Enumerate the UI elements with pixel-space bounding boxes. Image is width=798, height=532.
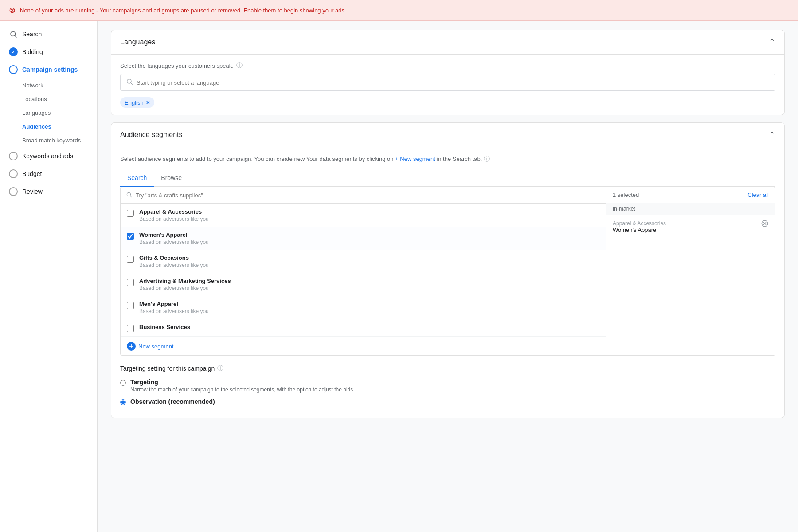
languages-chips-container: English × [120,97,775,108]
languages-help-icon[interactable]: ⓘ [236,62,243,70]
sidebar-item-search[interactable]: Search [0,25,97,43]
english-chip-remove[interactable]: × [146,99,150,106]
english-chip: English × [120,97,154,108]
languages-card: Languages ⌃ Select the languages your cu… [111,30,785,115]
audience-segments-description: Select audience segments to add to your … [120,154,775,164]
audience-segments-title: Audience segments [120,131,183,139]
error-message: None of your ads are running - Your camp… [20,7,346,14]
new-segment-label: New segment [138,343,173,350]
english-chip-label: English [125,99,144,106]
sidebar-sub-broad-match[interactable]: Broad match keywords [22,133,97,147]
audience-desc-help-icon[interactable]: ⓘ [484,155,490,162]
circle-normal-icon [9,152,18,160]
selected-item-womens-apparel: Apparel & Accessories Women's Apparel [606,215,775,238]
review-icon [9,187,18,196]
segment-label-advertising-marketing: Advertising & Marketing Services [139,278,231,284]
tab-search[interactable]: Search [120,170,154,187]
sidebar-sub-network[interactable]: Network [22,78,97,92]
languages-collapse-button[interactable]: ⌃ [769,37,775,47]
clear-all-button[interactable]: Clear all [747,192,769,198]
segment-label-business-services: Business Services [139,324,190,330]
sidebar-label-budget: Budget [22,170,42,177]
sidebar-label-keywords: Keywords and ads [22,153,73,160]
svg-line-3 [131,83,133,85]
languages-title: Languages [120,38,155,46]
in-market-label: In-market [606,203,775,215]
segment-sub-advertising-marketing: Based on advertisers like you [139,285,209,291]
tab-browse[interactable]: Browse [154,170,189,187]
audience-segments-body: Select audience segments to add to your … [111,147,784,418]
segment-search-icon [126,192,132,199]
plus-icon: + [127,342,136,351]
observation-radio[interactable] [120,399,126,405]
segment-left-panel: Apparel & Accessories Based on advertise… [121,187,606,355]
selected-item-value: Women's Apparel [613,227,666,233]
sidebar-sub-audiences[interactable]: Audiences [22,120,97,133]
segment-list-item: Apparel & Accessories Based on advertise… [121,204,606,227]
sidebar-item-review[interactable]: Review [0,183,97,200]
segment-sub-mens-apparel: Based on advertisers like you [139,308,209,314]
circle-inprogress-icon [9,65,18,74]
sidebar-sub-items: Network Locations Languages Audiences Br… [0,78,97,147]
sidebar-sub-locations[interactable]: Locations [22,92,97,106]
audience-tabs: Search Browse [120,170,775,187]
svg-line-5 [130,196,132,197]
svg-point-2 [127,79,131,83]
targeting-help-icon[interactable]: ⓘ [217,364,223,372]
sidebar-label-review: Review [22,188,43,195]
segment-checkbox-apparel-accessories[interactable] [127,210,134,217]
search-nav-icon [9,30,18,39]
segment-checkbox-womens-apparel[interactable] [127,233,134,240]
segment-list-item-advertising: Advertising & Marketing Services Based o… [121,273,606,296]
segment-checkbox-gifts-occasions[interactable] [127,256,134,263]
remove-selected-item-button[interactable] [761,219,769,227]
sidebar-label-bidding: Bidding [22,48,43,55]
targeting-label: Targeting setting for this campaign ⓘ [120,364,775,372]
budget-icon [9,169,18,178]
languages-search-input[interactable] [137,79,770,86]
segment-label-mens-apparel: Men's Apparel [139,301,209,307]
targeting-section: Targeting setting for this campaign ⓘ Ta… [120,364,775,405]
sidebar-sub-languages[interactable]: Languages [22,106,97,120]
campaign-settings-icon [9,65,18,74]
sidebar-item-bidding[interactable]: ✓ Bidding [0,43,97,61]
circle-budget-icon [9,169,18,178]
segment-checkbox-business-services[interactable] [127,325,134,332]
segment-sub-apparel-accessories: Based on advertisers like you [139,216,209,222]
segment-list-item-mens: Men's Apparel Based on advertisers like … [121,296,606,319]
selected-item-category: Apparel & Accessories [613,220,666,227]
languages-search-container [120,74,775,91]
sidebar-item-campaign-settings[interactable]: Campaign settings [0,61,97,78]
languages-search-icon [126,78,133,87]
circle-review-icon [9,187,18,196]
selected-count: 1 selected [613,192,639,198]
segment-right-panel: 1 selected Clear all In-market Apparel &… [606,187,775,355]
segment-search-input[interactable] [136,192,601,199]
sidebar-label-search: Search [22,31,42,38]
segment-layout: Apparel & Accessories Based on advertise… [120,187,775,356]
segment-sub-gifts-occasions: Based on advertisers like you [139,262,209,268]
sidebar-item-budget[interactable]: Budget [0,165,97,183]
segment-label-womens-apparel: Women's Apparel [139,231,209,238]
radio-observation: Observation (recommended) [120,398,775,405]
audience-segments-collapse-button[interactable]: ⌃ [769,130,775,140]
segment-checkbox-advertising-marketing[interactable] [127,279,134,286]
new-segment-row[interactable]: + New segment [121,337,606,355]
keywords-icon [9,152,18,160]
main-content: Languages ⌃ Select the languages your cu… [98,21,798,532]
error-banner: ⊗ None of your ads are running - Your ca… [0,0,798,21]
selected-header: 1 selected Clear all [606,187,775,203]
segment-label-gifts-occasions: Gifts & Occasions [139,254,209,261]
segment-checkbox-mens-apparel[interactable] [127,302,134,309]
segment-list-item-business: Business Services [121,319,606,337]
segment-search-bar [121,187,606,204]
languages-card-header: Languages ⌃ [111,30,784,55]
sidebar-label-campaign-settings: Campaign settings [22,66,78,73]
error-icon: ⊗ [9,5,16,15]
segment-sub-womens-apparel: Based on advertisers like you [139,239,209,245]
new-segment-link[interactable]: + New segment [395,156,435,162]
svg-point-0 [11,31,16,36]
targeting-radio[interactable] [120,380,126,386]
sidebar-item-keywords-ads[interactable]: Keywords and ads [0,147,97,165]
svg-line-1 [15,35,16,37]
